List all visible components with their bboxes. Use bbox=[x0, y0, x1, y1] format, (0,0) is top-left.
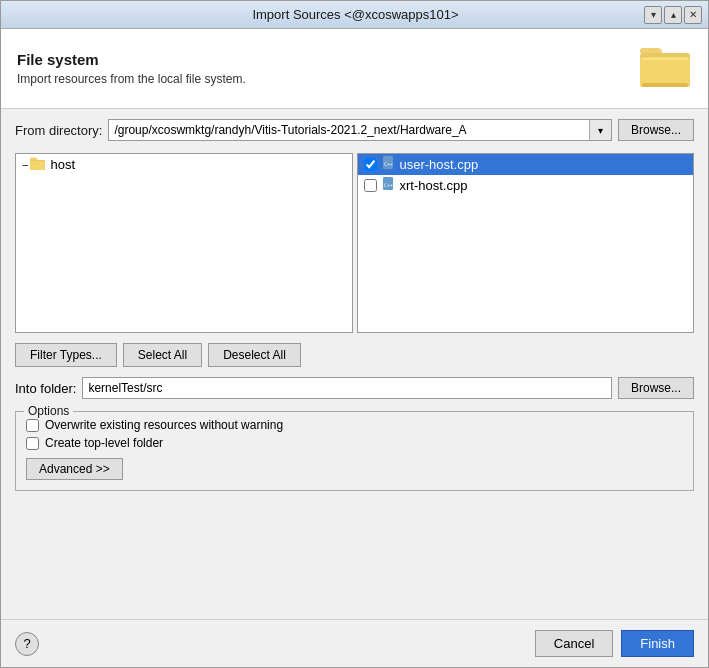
overwrite-checkbox[interactable] bbox=[26, 419, 39, 432]
into-folder-label: Into folder: bbox=[15, 381, 76, 396]
body: From directory: ▾ Browse... − bbox=[1, 109, 708, 619]
header-subtitle: Import resources from the local file sys… bbox=[17, 72, 628, 86]
title-bar: Import Sources <@xcoswapps101> ▾ ▴ ✕ bbox=[1, 1, 708, 29]
svg-text:C++: C++ bbox=[384, 161, 393, 167]
footer: ? Cancel Finish bbox=[1, 619, 708, 667]
into-folder-row: Into folder: Browse... bbox=[15, 377, 694, 399]
into-folder-input[interactable] bbox=[82, 377, 612, 399]
svg-rect-3 bbox=[642, 83, 688, 87]
window-controls: ▾ ▴ ✕ bbox=[644, 6, 702, 24]
overwrite-label: Overwrite existing resources without war… bbox=[45, 418, 283, 432]
select-all-button[interactable]: Select All bbox=[123, 343, 202, 367]
into-folder-browse-button[interactable]: Browse... bbox=[618, 377, 694, 399]
svg-rect-5 bbox=[30, 161, 45, 170]
header-text: File system Import resources from the lo… bbox=[17, 51, 628, 86]
folder-tree-icon bbox=[30, 156, 46, 173]
file-checkbox-xrt-host[interactable] bbox=[364, 179, 377, 192]
cpp-file-icon: C++ bbox=[382, 156, 396, 173]
file-item-user-host-cpp[interactable]: C++ user-host.cpp bbox=[358, 154, 694, 175]
window-title: Import Sources <@xcoswapps101> bbox=[67, 7, 644, 22]
close-button[interactable]: ✕ bbox=[684, 6, 702, 24]
file-checkbox-user-host[interactable] bbox=[364, 158, 377, 171]
file-panels: − host bbox=[15, 153, 694, 333]
tree-item-host[interactable]: − host bbox=[16, 154, 352, 175]
finish-button[interactable]: Finish bbox=[621, 630, 694, 657]
create-folder-option[interactable]: Create top-level folder bbox=[26, 436, 683, 450]
cpp-file-icon-2: C++ bbox=[382, 177, 396, 194]
cancel-button[interactable]: Cancel bbox=[535, 630, 613, 657]
overwrite-option[interactable]: Overwrite existing resources without war… bbox=[26, 418, 683, 432]
tree-item-host-label: host bbox=[50, 157, 75, 172]
svg-text:C++: C++ bbox=[384, 182, 393, 188]
file-item-xrt-host-cpp[interactable]: C++ xrt-host.cpp bbox=[358, 175, 694, 196]
advanced-button[interactable]: Advanced >> bbox=[26, 458, 123, 480]
options-group: Options Overwrite existing resources wit… bbox=[15, 411, 694, 491]
options-legend: Options bbox=[24, 404, 73, 418]
file-label-xrt-host-cpp: xrt-host.cpp bbox=[400, 178, 468, 193]
restore-button[interactable]: ▴ bbox=[664, 6, 682, 24]
svg-rect-1 bbox=[640, 57, 690, 87]
header-title: File system bbox=[17, 51, 628, 68]
folder-icon-svg bbox=[640, 43, 692, 89]
from-directory-input[interactable] bbox=[109, 120, 589, 140]
help-button[interactable]: ? bbox=[15, 632, 39, 656]
filter-types-button[interactable]: Filter Types... bbox=[15, 343, 117, 367]
from-directory-browse-button[interactable]: Browse... bbox=[618, 119, 694, 141]
file-label-user-host-cpp: user-host.cpp bbox=[400, 157, 479, 172]
minimize-button[interactable]: ▾ bbox=[644, 6, 662, 24]
right-file-panel[interactable]: C++ user-host.cpp C++ xrt-host.cpp bbox=[357, 153, 695, 333]
folder-icon bbox=[640, 43, 692, 95]
deselect-all-button[interactable]: Deselect All bbox=[208, 343, 301, 367]
from-directory-label: From directory: bbox=[15, 123, 102, 138]
create-folder-checkbox[interactable] bbox=[26, 437, 39, 450]
directory-dropdown-button[interactable]: ▾ bbox=[589, 120, 611, 140]
header-section: File system Import resources from the lo… bbox=[1, 29, 708, 109]
import-sources-dialog: Import Sources <@xcoswapps101> ▾ ▴ ✕ Fil… bbox=[0, 0, 709, 668]
from-directory-row: From directory: ▾ Browse... bbox=[15, 119, 694, 141]
create-folder-label: Create top-level folder bbox=[45, 436, 163, 450]
tree-expand-icon: − bbox=[22, 159, 28, 171]
from-directory-input-wrap: ▾ bbox=[108, 119, 612, 141]
action-buttons-row: Filter Types... Select All Deselect All bbox=[15, 343, 694, 367]
svg-rect-2 bbox=[642, 58, 688, 60]
left-file-panel[interactable]: − host bbox=[15, 153, 353, 333]
